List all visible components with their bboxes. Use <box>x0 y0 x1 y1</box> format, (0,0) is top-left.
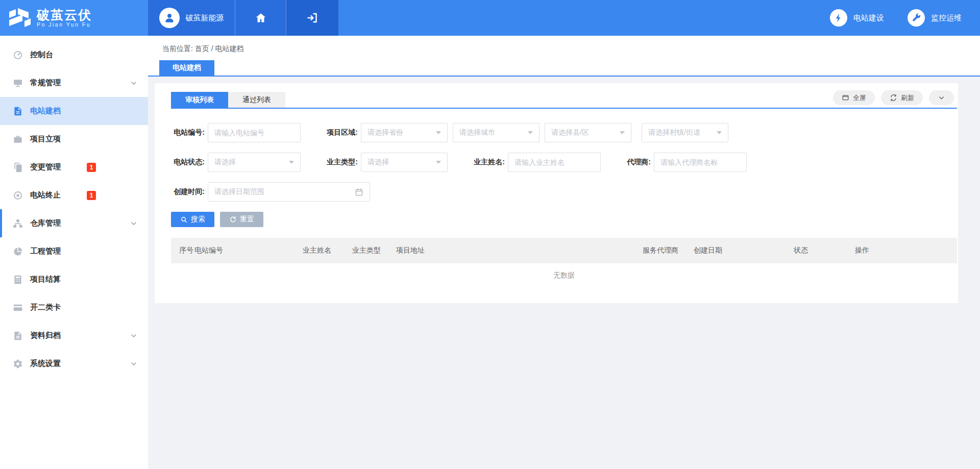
sidebar-item-label: 系统设置 <box>30 359 130 368</box>
brand-name: 破茧云伏 <box>37 8 92 21</box>
station-status-label: 电站状态: <box>171 158 205 167</box>
owner-name-input[interactable] <box>508 153 601 172</box>
region-label: 项目区域: <box>324 128 358 137</box>
sidebar: 控制台 常规管理 电站建档 项目立项 <box>0 36 148 469</box>
notification-badge: 1 <box>87 191 96 200</box>
brand-text: 破茧云伏 Po Jian Yun Fu <box>37 8 92 28</box>
column-header-project-address: 项目地址 <box>396 238 643 263</box>
dashboard-icon <box>13 50 23 60</box>
tab-passed-list[interactable]: 通过列表 <box>228 92 285 108</box>
station-status-select[interactable]: 请选择 <box>208 153 301 172</box>
column-header-actions: 操作 <box>855 238 957 263</box>
refresh-label: 刷新 <box>901 93 914 103</box>
breadcrumb-separator: / <box>211 44 213 53</box>
breadcrumb-home-link[interactable]: 首页 <box>195 44 209 53</box>
sidebar-item-label: 常规管理 <box>30 78 130 88</box>
sidebar-item-label: 开二类卡 <box>30 303 138 312</box>
county-select[interactable]: 请选择县/区 <box>545 123 631 142</box>
reset-label: 重置 <box>240 215 254 224</box>
sidebar-item-open-card[interactable]: 开二类卡 <box>0 293 148 322</box>
copy-icon <box>13 162 23 172</box>
page-tab-station-filing[interactable]: 电站建档 <box>159 60 214 76</box>
date-range-input[interactable]: 请选择日期范围 <box>208 182 370 202</box>
brand-logo: 破茧云伏 Po Jian Yun Fu <box>0 0 148 36</box>
station-no-label: 电站编号: <box>171 128 205 137</box>
sidebar-item-station-filing[interactable]: 电站建档 <box>0 97 148 125</box>
sidebar-item-data-archive[interactable]: 资料归档 <box>0 322 148 350</box>
pie-chart-icon <box>13 246 23 257</box>
monitor-icon <box>13 78 23 88</box>
caret-down-icon <box>620 131 625 134</box>
sidebar-item-console[interactable]: 控制台 <box>0 41 148 69</box>
sidebar-item-project-initiation[interactable]: 项目立项 <box>0 125 148 153</box>
agent-input[interactable] <box>654 153 747 172</box>
collapse-button[interactable] <box>929 90 954 105</box>
sidebar-item-label: 电站建档 <box>30 106 138 116</box>
column-header-service-agent: 服务代理商 <box>643 238 694 263</box>
filter-row-2: 电站状态: 请选择 业主类型: 请选择 业主 <box>171 153 957 172</box>
filter-actions: 搜索 重置 <box>171 212 957 227</box>
reset-button[interactable]: 重置 <box>220 212 263 227</box>
nav-monitoring-ops[interactable]: 监控运维 <box>908 9 962 27</box>
nav-station-construction[interactable]: 电站建设 <box>830 9 884 27</box>
search-button[interactable]: 搜索 <box>171 212 214 227</box>
sidebar-item-project-settlement[interactable]: 项目结算 <box>0 265 148 293</box>
sidebar-item-station-termination[interactable]: 电站终止 1 <box>0 181 148 209</box>
sidebar-item-engineering-mgmt[interactable]: 工程管理 <box>0 237 148 265</box>
logout-button[interactable] <box>286 0 338 36</box>
app-window: 破茧云伏 Po Jian Yun Fu 破茧新能源 <box>0 0 980 469</box>
header-right-nav: 电站建设 监控运维 <box>830 0 962 36</box>
sidebar-item-label: 资料归档 <box>30 331 130 340</box>
results-table: 序号 电站编号 业主姓名 业主类型 项目地址 服务代理商 创建日期 状态 操作 <box>171 238 957 263</box>
owner-name-label: 业主姓名: <box>471 158 505 167</box>
province-select[interactable]: 请选择省份 <box>361 123 448 142</box>
owner-type-placeholder: 请选择 <box>368 158 389 167</box>
column-header-created-date: 创建日期 <box>694 238 794 263</box>
sitemap-icon <box>13 218 23 229</box>
column-header-status: 状态 <box>794 238 855 263</box>
home-icon <box>255 12 267 24</box>
home-button[interactable] <box>235 0 286 36</box>
main-content: 当前位置: 首页 / 电站建档 电站建档 审核列表 通过列表 全屏 <box>148 36 980 469</box>
user-menu[interactable]: 破茧新能源 <box>148 0 235 36</box>
date-range-placeholder: 请选择日期范围 <box>214 187 264 196</box>
sidebar-item-label: 项目立项 <box>30 134 138 144</box>
brand-logo-icon <box>8 8 32 28</box>
fullscreen-button[interactable]: 全屏 <box>833 90 875 105</box>
column-header-owner-name: 业主姓名 <box>303 238 352 263</box>
caret-down-icon <box>436 131 441 134</box>
sidebar-item-label: 仓库管理 <box>30 218 130 228</box>
caret-down-icon <box>717 131 722 134</box>
sidebar-item-label: 电站终止 <box>30 190 87 200</box>
owner-type-group: 业主类型: 请选择 <box>324 153 448 172</box>
station-no-input[interactable] <box>208 123 301 142</box>
list-tabs: 审核列表 通过列表 <box>171 92 285 108</box>
tab-review-list[interactable]: 审核列表 <box>171 92 228 108</box>
content-card: 审核列表 通过列表 全屏 刷新 <box>155 83 958 303</box>
created-time-group: 创建时间: 请选择日期范围 <box>171 182 370 202</box>
station-no-group: 电站编号: <box>171 123 301 142</box>
sidebar-item-system-settings[interactable]: 系统设置 <box>0 350 148 378</box>
caret-down-icon <box>436 161 441 164</box>
agent-label: 代理商: <box>624 158 651 167</box>
search-label: 搜索 <box>191 215 205 224</box>
tabs-row: 审核列表 通过列表 全屏 刷新 <box>171 90 957 109</box>
chevron-down-icon <box>130 360 138 368</box>
sidebar-item-change-mgmt[interactable]: 变更管理 1 <box>0 153 148 181</box>
table-header-row: 序号 电站编号 业主姓名 业主类型 项目地址 服务代理商 创建日期 状态 操作 <box>171 238 957 263</box>
owner-type-select[interactable]: 请选择 <box>361 153 448 172</box>
breadcrumb-current: 电站建档 <box>215 44 243 53</box>
town-select[interactable]: 请选择村镇/街道 <box>642 123 728 142</box>
record-icon <box>13 190 23 201</box>
header-spacer <box>338 0 830 36</box>
calendar-icon <box>355 188 363 196</box>
county-placeholder: 请选择县/区 <box>551 128 589 137</box>
wrench-icon <box>908 9 925 27</box>
chevron-down-icon <box>938 94 945 102</box>
city-select[interactable]: 请选择城市 <box>453 123 540 142</box>
region-group: 项目区域: 请选择省份 请选择城市 请选择县/区 <box>324 123 728 142</box>
refresh-button[interactable]: 刷新 <box>881 90 923 105</box>
nav-label: 监控运维 <box>931 13 962 23</box>
sidebar-item-warehouse-mgmt[interactable]: 仓库管理 <box>0 209 148 237</box>
sidebar-item-general-mgmt[interactable]: 常规管理 <box>0 69 148 97</box>
